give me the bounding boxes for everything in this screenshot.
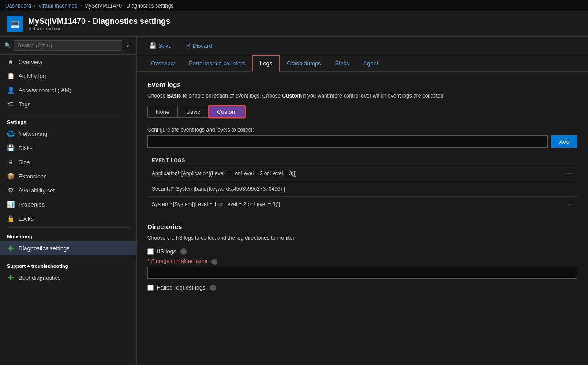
disks-icon: 💾 <box>7 144 14 151</box>
iis-logs-label: IIS logs <box>157 248 176 255</box>
breadcrumb-dashboard[interactable]: Dashboard <box>5 3 31 9</box>
discard-label: Discard <box>193 42 212 49</box>
directories-title: Directories <box>147 223 577 230</box>
iis-logs-checkbox[interactable] <box>147 248 154 255</box>
tab-logs[interactable]: Logs <box>252 55 280 72</box>
sidebar-item-label-boot: Boot diagnostics <box>19 275 60 281</box>
boot-diag-icon: ✚ <box>7 274 14 281</box>
tab-sinks[interactable]: Sinks <box>328 56 356 72</box>
monitoring-section-label: Monitoring <box>0 230 136 241</box>
discard-button[interactable]: ✕ Discard <box>180 40 217 51</box>
radio-custom[interactable]: Custom <box>209 106 245 118</box>
configure-label: Configure the event logs and levels to c… <box>147 127 577 133</box>
extensions-icon: 📦 <box>7 173 14 180</box>
failed-request-label: Failed request logs <box>157 284 206 291</box>
sidebar-item-label-diagnostics: Diagnostics settings <box>19 245 70 252</box>
tags-icon: 🏷 <box>7 101 14 108</box>
log-row-2-value: Security!*[System[band(Keywords,45035996… <box>147 181 540 197</box>
sidebar-divider-2 <box>7 227 129 228</box>
sidebar-item-boot-diagnostics[interactable]: ✚ Boot diagnostics <box>0 271 136 285</box>
overview-icon: 🖥 <box>7 58 14 65</box>
log-row-1-actions[interactable]: ··· <box>540 166 577 181</box>
discard-icon: ✕ <box>186 42 191 49</box>
sidebar-item-label-disks: Disks <box>19 145 33 151</box>
sidebar-item-access-control[interactable]: 👤 Access control (IAM) <box>0 83 136 97</box>
storage-container-field: * Storage container name: i <box>147 258 577 279</box>
sidebar-item-label-iam: Access control (IAM) <box>19 87 71 94</box>
sidebar-item-label-extensions: Extensions <box>19 173 47 180</box>
event-logs-radio-group: None Basic Custom <box>147 106 577 118</box>
breadcrumb-sep2: › <box>80 3 82 9</box>
sidebar-item-label-networking: Networking <box>19 131 47 137</box>
storage-container-input[interactable] <box>147 267 577 279</box>
add-log-button[interactable]: Add <box>551 135 577 148</box>
radio-basic[interactable]: Basic <box>178 106 209 118</box>
log-row-3-actions[interactable]: ··· <box>540 197 577 212</box>
toolbar: 💾 Save ✕ Discard <box>137 37 588 55</box>
page-title: MySqlVM11470 - Diagnostics settings <box>28 17 170 26</box>
failed-request-checkbox[interactable] <box>147 285 154 291</box>
log-row-3-value: System!*[System[(Level = 1 or Level = 2 … <box>147 197 540 212</box>
table-row: System!*[System[(Level = 1 or Level = 2 … <box>147 197 577 212</box>
tab-overview[interactable]: Overview <box>144 56 182 72</box>
radio-none[interactable]: None <box>147 106 178 118</box>
storage-info-icon[interactable]: i <box>211 259 217 265</box>
page-icon: 💻 <box>7 16 23 32</box>
failed-request-info-icon[interactable]: i <box>210 285 216 291</box>
sidebar-item-extensions[interactable]: 📦 Extensions <box>0 169 136 183</box>
collapse-sidebar-button[interactable]: « <box>125 42 132 49</box>
failed-request-row: Failed request logs i <box>147 284 577 291</box>
settings-section-label: Settings <box>0 115 136 127</box>
event-log-input[interactable] <box>147 135 548 148</box>
sidebar-item-tags[interactable]: 🏷 Tags <box>0 97 136 111</box>
sidebar-divider-3 <box>7 257 129 257</box>
breadcrumb-sep1: › <box>34 3 36 9</box>
sidebar-item-disks[interactable]: 💾 Disks <box>0 141 136 155</box>
page-header-text: MySqlVM11470 - Diagnostics settings Virt… <box>28 17 170 31</box>
diagnostics-icon: ✚ <box>7 245 14 252</box>
size-icon: 🖥 <box>7 158 14 166</box>
sidebar-item-diagnostics[interactable]: ✚ Diagnostics settings <box>0 241 136 255</box>
sidebar-item-label-availability: Availability set <box>19 187 55 194</box>
iam-icon: 👤 <box>7 87 14 94</box>
breadcrumb: Dashboard › Virtual machines › MySqlVM11… <box>0 0 588 11</box>
tab-crash-dumps[interactable]: Crash dumps <box>280 56 328 72</box>
breadcrumb-vms[interactable]: Virtual machines <box>38 3 78 9</box>
sidebar-item-label-overview: Overview <box>19 59 42 65</box>
tab-agent[interactable]: Agent <box>356 56 385 72</box>
sidebar-divider-1 <box>7 113 129 113</box>
save-button[interactable]: 💾 Save <box>144 40 177 51</box>
locks-icon: 🔒 <box>7 215 14 222</box>
sidebar-item-availability-set[interactable]: ⚙ Availability set <box>0 183 136 197</box>
sidebar-item-label-properties: Properties <box>19 201 45 208</box>
sidebar-item-properties[interactable]: 📊 Properties <box>0 197 136 211</box>
directories-section: Directories Choose the IIS logs to colle… <box>147 223 577 291</box>
sidebar-item-label-locks: Locks <box>19 215 34 222</box>
search-input[interactable] <box>14 40 122 51</box>
availability-icon: ⚙ <box>7 187 14 194</box>
table-row: Application!*[Application[(Level = 1 or … <box>147 166 577 181</box>
event-logs-description: Choose Basic to enable collection of eve… <box>147 92 577 100</box>
content-scroll: Event logs Choose Basic to enable collec… <box>137 72 588 365</box>
search-icon: 🔍 <box>4 42 11 49</box>
sidebar-item-locks[interactable]: 🔒 Locks <box>0 211 136 226</box>
event-logs-title: Event logs <box>147 81 577 88</box>
sidebar-item-size[interactable]: 🖥 Size <box>0 155 136 169</box>
tab-performance[interactable]: Performance counters <box>182 56 252 72</box>
support-section-label: Support + troubleshooting <box>0 259 136 271</box>
properties-icon: 📊 <box>7 201 14 208</box>
breadcrumb-current: MySqlVM11470 - Diagnostics settings <box>84 3 173 9</box>
sidebar: 🔍 « 🖥 Overview 📋 Activity log 👤 Access c… <box>0 37 137 365</box>
networking-icon: 🌐 <box>7 130 14 137</box>
sidebar-item-activity-log[interactable]: 📋 Activity log <box>0 69 136 83</box>
storage-container-label: * Storage container name: i <box>147 258 577 265</box>
main-layout: 🔍 « 🖥 Overview 📋 Activity log 👤 Access c… <box>0 37 588 365</box>
log-row-2-actions[interactable]: ··· <box>540 181 577 197</box>
sidebar-item-networking[interactable]: 🌐 Networking <box>0 127 136 141</box>
iis-logs-info-icon[interactable]: i <box>180 248 187 255</box>
page-subtitle: Virtual machine <box>28 26 170 31</box>
sidebar-item-overview[interactable]: 🖥 Overview <box>0 55 136 69</box>
event-logs-actions-header <box>540 155 577 166</box>
save-label: Save <box>158 42 172 49</box>
sidebar-item-label-size: Size <box>19 159 30 166</box>
